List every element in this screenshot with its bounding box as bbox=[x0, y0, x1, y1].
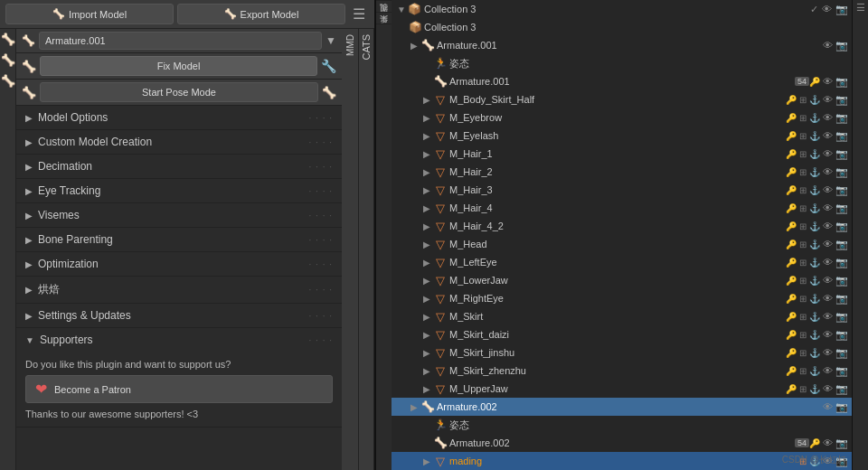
mesh-key-icon[interactable]: 🔑 bbox=[786, 240, 797, 249]
camera-icon[interactable]: 📷 bbox=[835, 329, 848, 341]
eye-icon[interactable]: 👁 bbox=[823, 40, 833, 51]
eye-icon[interactable]: 👁 bbox=[822, 4, 832, 14]
mesh-grid-icon[interactable]: ⊞ bbox=[799, 384, 807, 394]
mesh-vg-icon[interactable]: ⚓ bbox=[809, 95, 820, 105]
mesh-vg-icon[interactable]: ⚓ bbox=[809, 330, 820, 340]
become-patron-button[interactable]: ❤ Become a Patron bbox=[25, 375, 333, 403]
tree-item-m_hair1[interactable]: ▶ ▽ M_Hair_1 🔑 ⊞ ⚓ 👁 📷 bbox=[392, 145, 852, 163]
mesh-grid-icon[interactable]: ⊞ bbox=[799, 348, 807, 358]
section-decimation-header[interactable]: ▶ Decimation · · · · bbox=[16, 155, 342, 178]
mesh-key-icon[interactable]: 🔑 bbox=[786, 185, 797, 195]
tree-item-m_skirt_daizi[interactable]: ▶ ▽ M_Skirt_daizi 🔑 ⊞ ⚓ 👁 📷 bbox=[392, 325, 852, 343]
mesh-grid-icon[interactable]: ⊞ bbox=[799, 131, 807, 141]
tab-gujia[interactable]: 骨架 bbox=[376, 0, 392, 12]
mesh-vg-icon[interactable]: ⚓ bbox=[809, 258, 820, 268]
mesh-key-icon[interactable]: 🔑 bbox=[786, 167, 797, 177]
tree-item-m_skirt_zhenzhu[interactable]: ▶ ▽ M_Skirt_zhenzhu 🔑 ⊞ ⚓ 👁 📷 bbox=[392, 362, 852, 380]
tool-bone-icon[interactable]: 🦴 bbox=[1, 33, 15, 46]
section-bone-parenting-header[interactable]: ▶ Bone Parenting · · · · bbox=[16, 228, 342, 251]
tree-item-m_lefteye[interactable]: ▶ ▽ M_LeftEye 🔑 ⊞ ⚓ 👁 📷 bbox=[392, 253, 852, 271]
tool-bone2-icon[interactable]: 🦴 bbox=[1, 53, 15, 67]
mesh-grid-icon[interactable]: ⊞ bbox=[799, 240, 807, 249]
tree-item-m_skirt_jinshu[interactable]: ▶ ▽ M_Skirt_jinshu 🔑 ⊞ ⚓ 👁 📷 bbox=[392, 343, 852, 362]
eye-icon[interactable]: 👁 bbox=[823, 257, 833, 268]
mesh-vg-icon[interactable]: ⚓ bbox=[809, 113, 820, 123]
mesh-vg-icon[interactable]: ⚓ bbox=[809, 384, 820, 394]
camera-icon[interactable]: 📷 bbox=[835, 202, 848, 214]
camera-icon[interactable]: 📷 bbox=[835, 221, 848, 232]
camera-icon[interactable]: 📷 bbox=[835, 148, 848, 160]
mesh-grid-icon[interactable]: ⊞ bbox=[799, 294, 807, 304]
eye-icon[interactable]: 👁 bbox=[823, 239, 833, 249]
mesh-key-icon[interactable]: 🔑 bbox=[786, 131, 797, 141]
mesh-vg-icon[interactable]: ⚓ bbox=[809, 167, 820, 177]
mesh-grid-icon[interactable]: ⊞ bbox=[799, 221, 807, 231]
eye-icon[interactable]: 👁 bbox=[823, 184, 833, 195]
mesh-key-icon[interactable]: 🔑 bbox=[786, 258, 797, 268]
section-optimization-header[interactable]: ▶ Optimization · · · · bbox=[16, 252, 342, 276]
mesh-vg-icon[interactable]: ⚓ bbox=[809, 131, 820, 141]
mesh-vg-icon[interactable]: ⚓ bbox=[809, 221, 820, 231]
mesh-vg-icon[interactable]: ⚓ bbox=[809, 312, 820, 322]
section-eye-tracking-header[interactable]: ▶ Eye Tracking · · · · bbox=[16, 179, 342, 202]
start-pose-mode-button[interactable]: Start Pose Mode bbox=[40, 82, 318, 102]
eye-icon[interactable]: 👁 bbox=[823, 329, 833, 340]
mesh-vg-icon[interactable]: ⚓ bbox=[809, 294, 820, 304]
arm-icon1[interactable]: 🔑 bbox=[809, 438, 820, 448]
arm-icon1[interactable]: 🔑 bbox=[809, 77, 820, 87]
tree-item-m_hair3[interactable]: ▶ ▽ M_Hair_3 🔑 ⊞ ⚓ 👁 📷 bbox=[392, 181, 852, 199]
tree-item-pose002[interactable]: 🏃 姿态 bbox=[392, 416, 852, 434]
camera-icon[interactable]: 📷 bbox=[835, 401, 848, 413]
eye-icon[interactable]: 👁 bbox=[823, 221, 833, 231]
camera-icon[interactable]: 📷 bbox=[835, 94, 848, 106]
mesh-grid-icon[interactable]: ⊞ bbox=[799, 149, 807, 159]
mesh-vg-icon[interactable]: ⚓ bbox=[809, 240, 820, 249]
mesh-grid-icon[interactable]: ⊞ bbox=[799, 113, 807, 123]
outliner-collection-row[interactable]: ▼ 📦 Collection 3 ✓ 👁 📷 bbox=[392, 0, 852, 18]
camera-icon[interactable]: 📷 bbox=[835, 347, 848, 359]
eye-icon[interactable]: 👁 bbox=[823, 112, 833, 123]
menu-icon-button[interactable]: ☰ bbox=[349, 5, 369, 23]
eye-icon[interactable]: 👁 bbox=[823, 94, 833, 105]
tree-item-arm002[interactable]: ▶ 🦴 Armature.002 👁 📷 bbox=[392, 398, 852, 416]
wrench-icon[interactable]: 🔧 bbox=[321, 59, 336, 73]
section-model-options-header[interactable]: ▶ Model Options · · · · bbox=[16, 106, 342, 129]
eye-icon[interactable]: 👁 bbox=[823, 130, 833, 141]
camera-icon[interactable]: 📷 bbox=[835, 184, 848, 196]
camera-icon[interactable]: 📷 bbox=[835, 437, 848, 449]
mesh-key-icon[interactable]: 🔑 bbox=[786, 221, 797, 231]
tree-item-m_hair4[interactable]: ▶ ▽ M_Hair_4 🔑 ⊞ ⚓ 👁 📷 bbox=[392, 199, 852, 217]
section-visemes-header[interactable]: ▶ Visemes · · · · bbox=[16, 203, 342, 227]
section-custom-model-header[interactable]: ▶ Custom Model Creation · · · · bbox=[16, 130, 342, 154]
eye-icon[interactable]: 👁 bbox=[823, 148, 833, 159]
mesh-grid-icon[interactable]: ⊞ bbox=[799, 276, 807, 286]
tab-shitu[interactable]: 视图 bbox=[376, 12, 392, 24]
eye-icon[interactable]: 👁 bbox=[823, 347, 833, 358]
mesh-grid-icon[interactable]: ⊞ bbox=[799, 185, 807, 195]
mesh-key-icon[interactable]: 🔑 bbox=[786, 95, 797, 105]
camera-icon[interactable]: 📷 bbox=[835, 311, 848, 323]
fix-model-button[interactable]: Fix Model bbox=[40, 56, 317, 76]
camera-icon[interactable]: 📷 bbox=[835, 293, 848, 305]
mesh-key-icon[interactable]: 🔑 bbox=[786, 276, 797, 286]
tree-item-m_righteye[interactable]: ▶ ▽ M_RightEye 🔑 ⊞ ⚓ 👁 📷 bbox=[392, 289, 852, 307]
check-icon[interactable]: ✓ bbox=[810, 4, 818, 15]
camera-icon[interactable]: 📷 bbox=[835, 112, 848, 124]
mmd-tab[interactable]: MMD bbox=[345, 29, 355, 61]
mesh-grid-icon[interactable]: ⊞ bbox=[799, 95, 807, 105]
camera-icon[interactable]: 📷 bbox=[835, 383, 848, 395]
camera-icon[interactable]: 📷 bbox=[835, 40, 848, 52]
camera-icon[interactable]: 📷 bbox=[835, 4, 848, 15]
mesh-vg-icon[interactable]: ⚓ bbox=[809, 366, 820, 376]
supporters-header[interactable]: ▼ Supporters · · · · bbox=[16, 328, 342, 352]
export-model-button[interactable]: 🦴 Export Model bbox=[177, 4, 345, 24]
mesh-grid-icon[interactable]: ⊞ bbox=[799, 203, 807, 213]
eye-icon[interactable]: 👁 bbox=[823, 166, 833, 177]
camera-icon[interactable]: 📷 bbox=[835, 239, 848, 250]
eye-icon[interactable]: 👁 bbox=[823, 202, 833, 213]
camera-icon[interactable]: 📷 bbox=[835, 257, 848, 268]
eye-icon[interactable]: 👁 bbox=[823, 437, 833, 448]
armature-select[interactable]: Armature.001 bbox=[39, 32, 322, 50]
mesh-vg-icon[interactable]: ⚓ bbox=[809, 149, 820, 159]
tree-item-m_eyebrow[interactable]: ▶ ▽ M_Eyebrow 🔑 ⊞ ⚓ 👁 📷 bbox=[392, 108, 852, 127]
